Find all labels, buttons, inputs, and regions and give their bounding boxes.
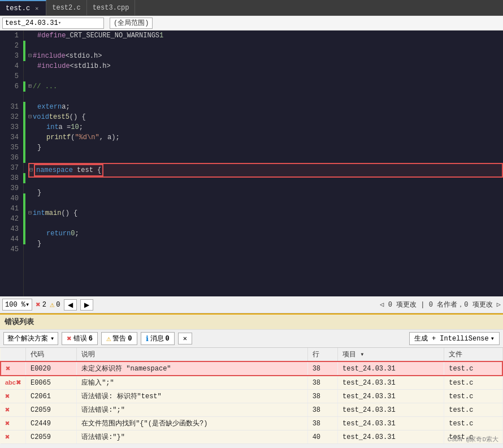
collapse-icon-38[interactable]: ⊟ (29, 165, 33, 175)
cell-project: test_24.03.31 (338, 390, 444, 403)
build-label: 生成 + IntelliSense (414, 334, 489, 343)
cell-code: C2061 (25, 390, 76, 403)
code-line-35: printf("%d\n", a); (28, 132, 503, 143)
scope-filter-value: 整个解决方案 (7, 334, 48, 343)
nav-forward-button[interactable]: ▶ (80, 299, 93, 311)
cell-desc: 未定义标识符 "namespace" (77, 361, 308, 376)
error-filter-button[interactable]: ✖ 错误 6 (62, 332, 98, 345)
tab-test2-c[interactable]: test2.c (46, 0, 86, 15)
cell-project: test_24.03.31 (338, 361, 444, 376)
col-desc-header[interactable]: 说明 (77, 348, 308, 361)
error-count: 2 (42, 301, 46, 309)
code-editor[interactable]: 1 2 3 4 5 6 31 32 33 34 35 36 37 38 39 4… (0, 31, 503, 296)
error-filter-bar: 整个解决方案 ▾ ✖ 错误 6 ⚠ 警告 0 ℹ 消息 0 ✕ 生成 + Int… (0, 330, 503, 348)
cell-project: test_24.03.31 (338, 403, 444, 417)
cell-icon: ✖ (1, 361, 25, 376)
error-panel: 错误列表 整个解决方案 ▾ ✖ 错误 6 ⚠ 警告 0 ℹ 消息 0 ✕ 生成 … (0, 313, 503, 444)
line-numbers: 1 2 3 4 5 6 31 32 33 34 35 36 37 38 39 4… (0, 31, 24, 296)
table-row[interactable]: ✖ C2059 语法错误:";" 38 test_24.03.31 test.c (1, 403, 502, 417)
collapse-icon-6[interactable]: ⊞ (28, 81, 32, 92)
cell-project: test_24.03.31 (338, 417, 444, 430)
file-selector-arrow: ▾ (58, 20, 101, 26)
cell-line: 38 (307, 417, 337, 430)
cell-code: C2059 (25, 430, 76, 444)
table-row[interactable]: ✖ C2061 语法错误: 标识符"test" 38 test_24.03.31… (1, 390, 502, 403)
cell-icon: ✖ (1, 403, 25, 417)
bottom-toolbar: 100 % ▾ ✖ 2 ⚠ 0 ◀ ▶ ◁ 0 项更改 | 0 名作者，0 项更… (0, 296, 503, 313)
git-status: ◁ 0 项更改 | 0 名作者，0 项更改 ▷ (380, 300, 501, 309)
error-filter-count: 6 (89, 335, 93, 343)
cell-project: test_24.03.31 (338, 376, 444, 390)
cell-line: 38 (307, 390, 337, 403)
zoom-arrow: ▾ (25, 300, 29, 309)
collapse-icon-33[interactable]: ⊟ (28, 112, 32, 122)
tab-close-button[interactable]: ✕ (33, 5, 40, 12)
git-change-bar-1 (23, 41, 25, 61)
cell-icon: ✖ (1, 390, 25, 403)
cell-code: C2449 (25, 417, 76, 430)
error-filter-label: 错误 (73, 334, 87, 343)
warning-icon: ⚠ (50, 300, 54, 309)
col-line-header[interactable]: 行 (307, 348, 337, 361)
collapse-icon-3[interactable]: ⊟ (28, 51, 32, 61)
git-change-bar-3 (23, 102, 25, 163)
error-row-icon: ✖ (5, 392, 10, 401)
col-icon-header (1, 348, 25, 361)
cell-icon: abc✖ (1, 376, 25, 390)
message-filter-button[interactable]: ℹ 消息 0 (141, 332, 175, 345)
table-row[interactable]: ✖ E0020 未定义标识符 "namespace" 38 test_24.03… (1, 361, 502, 376)
zoom-selector[interactable]: 100 % ▾ (2, 299, 32, 311)
code-text[interactable]: #define _CRT_SECURE_NO_WARNINGS 1 ⊟#incl… (24, 31, 503, 296)
cell-project: test_24.03.31 (338, 430, 444, 444)
cell-desc: 语法错误:";" (77, 403, 308, 417)
error-row-icon: ✖ (6, 364, 10, 373)
message-filter-icon: ℹ (146, 334, 149, 343)
cell-file: test.c (444, 403, 502, 417)
warning-filter-button[interactable]: ⚠ 警告 0 (101, 332, 137, 345)
code-line-5 (28, 71, 503, 81)
cell-desc: 语法错误: 标识符"test" (77, 390, 308, 403)
tab-test-c[interactable]: test.c ✕ (0, 0, 46, 15)
col-file-header[interactable]: 文件 (444, 348, 502, 361)
file-selector-dropdown[interactable]: test_24.03.31 ▾ (2, 18, 104, 29)
error-row-icon: ✖ (5, 433, 10, 442)
clear-filter-button[interactable]: ✕ (178, 333, 192, 344)
error-row-icon: ✖ (5, 406, 10, 415)
cell-file: test.c (444, 376, 502, 390)
scope-filter-arrow: ▾ (50, 334, 54, 343)
code-line-1: #define _CRT_SECURE_NO_WARNINGS 1 (28, 31, 503, 41)
table-row[interactable]: ✖ C2449 在文件范围内找到"{"(是否缺少函数头?) 38 test_24… (1, 417, 502, 430)
warning-count: 0 (56, 301, 60, 309)
warning-filter-count: 0 (128, 335, 132, 343)
code-line-4: #include <stdlib.h> (28, 61, 503, 71)
cell-line: 38 (307, 361, 337, 376)
table-row[interactable]: ✖ C2059 语法错误:"}" 40 test_24.03.31 test.c (1, 430, 502, 444)
col-code-header[interactable]: 代码 (25, 348, 76, 361)
table-header-row: 代码 说明 行 项目 ▾ 文件 (1, 348, 502, 361)
error-row-icon: abc✖ (5, 379, 21, 386)
nav-back-button[interactable]: ◀ (64, 299, 77, 311)
code-line-44: return 0; (28, 229, 503, 239)
cell-code: E0020 (25, 361, 76, 376)
git-change-bar-2 (23, 81, 25, 92)
git-change-bar-5 (23, 193, 25, 244)
code-line-38: ⊟namespace test { (28, 163, 503, 178)
col-project-header[interactable]: 项目 ▾ (338, 348, 444, 361)
warning-filter-icon: ⚠ (106, 334, 111, 343)
scope-filter-dropdown[interactable]: 整个解决方案 ▾ (3, 332, 58, 345)
code-line-33: ⊟void test5() { (28, 112, 503, 122)
build-button[interactable]: 生成 + IntelliSense ▾ (409, 332, 500, 345)
cell-desc: 应输入";" (77, 376, 308, 390)
cell-icon: ✖ (1, 417, 25, 430)
code-line-39 (28, 178, 503, 188)
error-row-icon: ✖ (5, 419, 10, 428)
clear-filter-icon: ✕ (183, 334, 187, 343)
cell-desc: 语法错误:"}" (77, 430, 308, 444)
tab-test3-cpp[interactable]: test3.cpp (87, 0, 136, 15)
code-line-42: ⊟int main() { (28, 208, 503, 218)
table-row[interactable]: abc✖ E0065 应输入";" 38 test_24.03.31 test.… (1, 376, 502, 390)
tab-label: test.c (6, 5, 30, 12)
collapse-icon-42[interactable]: ⊟ (28, 208, 32, 218)
code-line-31 (28, 92, 503, 102)
error-panel-title: 错误列表 (0, 315, 503, 330)
